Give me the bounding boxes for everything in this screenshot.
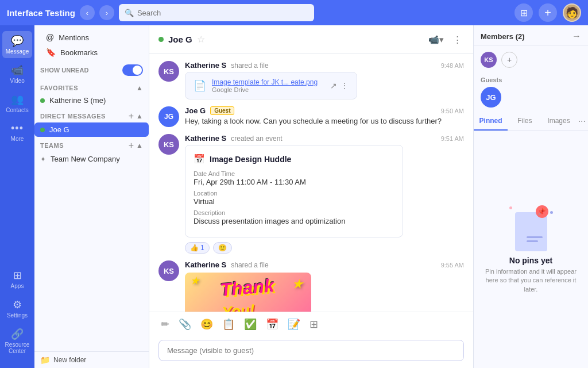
- sidebar-item-bookmarks[interactable]: 🔖 Bookmarks: [40, 45, 143, 60]
- event-desc-label: Description: [194, 209, 394, 216]
- event-date-label: Date and time: [194, 170, 394, 177]
- message-time: 9:55 AM: [441, 262, 464, 269]
- sidebar-item-katherine[interactable]: Katherine S (me): [34, 93, 149, 108]
- emoji-btn[interactable]: 😊: [198, 316, 215, 333]
- search-input[interactable]: [137, 9, 308, 17]
- file-more-btn[interactable]: ⋮: [341, 81, 349, 90]
- settings-icon: ⚙: [13, 298, 22, 311]
- contact-status-dot: [158, 37, 164, 42]
- no-pins-desc: Pin information and it will appear here …: [483, 267, 579, 294]
- back-button[interactable]: ‹: [80, 5, 95, 20]
- forward-button[interactable]: ›: [99, 5, 114, 20]
- sidebar-item-joe-g[interactable]: Joe G: [34, 122, 149, 137]
- event-location-value: Virtual: [194, 197, 394, 206]
- grid-button[interactable]: ⊞: [514, 3, 533, 22]
- star-button[interactable]: ☆: [197, 34, 205, 45]
- reactions-row: 👍 1 🙂: [185, 242, 464, 254]
- event-title: Image Design Huddle: [210, 155, 291, 164]
- dm-add-btn[interactable]: +: [129, 111, 134, 121]
- attach-btn[interactable]: 📎: [176, 316, 194, 333]
- joe-online-dot: [40, 128, 45, 132]
- file-open-btn[interactable]: ↗: [330, 81, 337, 90]
- event-date: Date and time Fri, Apr 29th 11:00 AM - 1…: [194, 170, 394, 186]
- apps-icon: ⊞: [13, 269, 22, 282]
- teams-header: TEAMS + ▲: [34, 137, 149, 152]
- tab-pinned[interactable]: Pinned: [474, 112, 508, 131]
- chat-input[interactable]: [158, 340, 464, 361]
- pin-doc: [515, 212, 547, 251]
- icon-sidebar: 💬 Message 📹 Video 👥 Contacts ••• More ⊞ …: [0, 25, 34, 368]
- sidebar-item-team-new-company[interactable]: ✦ Team New Company: [34, 152, 149, 166]
- right-panel: Members (2) → KS + Guests JG Pinned File…: [473, 25, 588, 368]
- message-sender: Katherine S: [185, 61, 226, 70]
- no-pins-area: 📌 No pins yet Pin information and it wil…: [474, 131, 588, 368]
- message-icon: 💬: [11, 34, 24, 47]
- more-icon: •••: [11, 122, 24, 135]
- video-call-btn[interactable]: 📹▾: [426, 32, 446, 47]
- task-btn[interactable]: ✅: [242, 316, 259, 333]
- sidebar-item-message[interactable]: 💬 Message: [2, 31, 32, 58]
- file-name[interactable]: Image template for JK t... eate.png: [212, 78, 324, 86]
- teams-header-actions: + ▲: [129, 140, 143, 151]
- sidebar-item-mentions[interactable]: @ Mentions: [40, 30, 143, 45]
- star-decoration-2: ★: [292, 277, 303, 291]
- thumbs-up-reaction[interactable]: 👍 1: [185, 242, 210, 254]
- new-folder-row[interactable]: 📁 New folder: [34, 351, 149, 368]
- chat-messages: KS Katherine S shared a file 9:48 AM 📄 I…: [149, 54, 473, 312]
- app-title: Interface Testing: [7, 8, 75, 18]
- message-content: Katherine S shared a file 9:55 AM ★ ★ ★ …: [185, 260, 464, 312]
- tab-files[interactable]: Files: [508, 112, 541, 131]
- avatar: KS: [158, 134, 179, 155]
- thumbs-up-emoji: 👍: [190, 244, 199, 252]
- teams-add-btn[interactable]: +: [129, 140, 134, 151]
- sidebar-item-contacts[interactable]: 👥 Contacts: [2, 90, 32, 117]
- tab-more-btn[interactable]: ···: [576, 112, 588, 131]
- file-info: Image template for JK t... eate.png Goog…: [212, 78, 324, 93]
- calendar-icon: 📅: [194, 154, 205, 164]
- favorites-collapse-btn[interactable]: ▲: [136, 84, 143, 92]
- add-button[interactable]: +: [539, 3, 557, 22]
- teams-collapse-btn[interactable]: ▲: [136, 140, 143, 151]
- pin-doc-line-2: [527, 240, 538, 242]
- message-header: Katherine S shared a file 9:55 AM: [185, 260, 464, 269]
- message-time: 9:48 AM: [441, 62, 464, 69]
- main-layout: 💬 Message 📹 Video 👥 Contacts ••• More ⊞ …: [0, 25, 588, 368]
- sidebar-item-video[interactable]: 📹 Video: [2, 60, 32, 87]
- show-unread-toggle[interactable]: [122, 64, 143, 76]
- format-btn[interactable]: ✏: [158, 316, 172, 333]
- guests-label: Guests: [481, 76, 581, 83]
- sidebar-item-settings[interactable]: ⚙ Settings: [2, 295, 32, 322]
- tab-images[interactable]: Images: [541, 112, 575, 131]
- pin-badge: 📌: [536, 205, 548, 218]
- chat-area: Joe G ☆ 📹▾ ⋮ KS Katherine S shared a fil…: [149, 25, 473, 368]
- chat-input-area: [149, 336, 473, 368]
- message-action: shared a file: [231, 261, 268, 269]
- sidebar-item-apps[interactable]: ⊞ Apps: [2, 266, 32, 293]
- right-panel-close-btn[interactable]: →: [572, 31, 581, 41]
- calendar-toolbar-btn[interactable]: 📅: [264, 316, 281, 333]
- message-header: Joe G Guest 9:50 AM: [185, 106, 464, 115]
- message-time: 9:50 AM: [441, 108, 464, 114]
- template-btn[interactable]: 📋: [220, 316, 237, 333]
- sidebar-item-more[interactable]: ••• More: [2, 119, 32, 145]
- message-content: Katherine S created an event 9:51 AM 📅 I…: [185, 134, 464, 254]
- event-desc-value: Discuss presentation images and optimiza…: [194, 217, 394, 225]
- table-row: KS Katherine S shared a file 9:48 AM 📄 I…: [158, 61, 464, 99]
- pin-doc-line: [527, 236, 543, 238]
- dm-collapse-btn[interactable]: ▲: [136, 111, 143, 121]
- team-icon: ✦: [40, 155, 46, 163]
- right-panel-header: Members (2) →: [474, 25, 588, 45]
- avatar[interactable]: 🧑: [563, 3, 581, 22]
- pin-dot-2: [550, 211, 553, 214]
- file-actions: ↗ ⋮: [330, 81, 349, 90]
- guest-avatar: JG: [481, 87, 501, 108]
- thank-you-image: ★ ★ ★ ThankYou!: [185, 273, 311, 312]
- guest-badge: Guest: [210, 106, 234, 115]
- members-list: KS +: [474, 45, 588, 74]
- more-options-btn[interactable]: ⋮: [451, 32, 464, 47]
- grid-toolbar-btn[interactable]: ⊞: [307, 316, 320, 333]
- note-btn[interactable]: 📝: [285, 316, 303, 333]
- sidebar-item-resource-center[interactable]: 🔗 Resource Center: [2, 324, 32, 358]
- add-member-btn[interactable]: +: [501, 52, 517, 68]
- add-reaction-btn[interactable]: 🙂: [213, 242, 232, 254]
